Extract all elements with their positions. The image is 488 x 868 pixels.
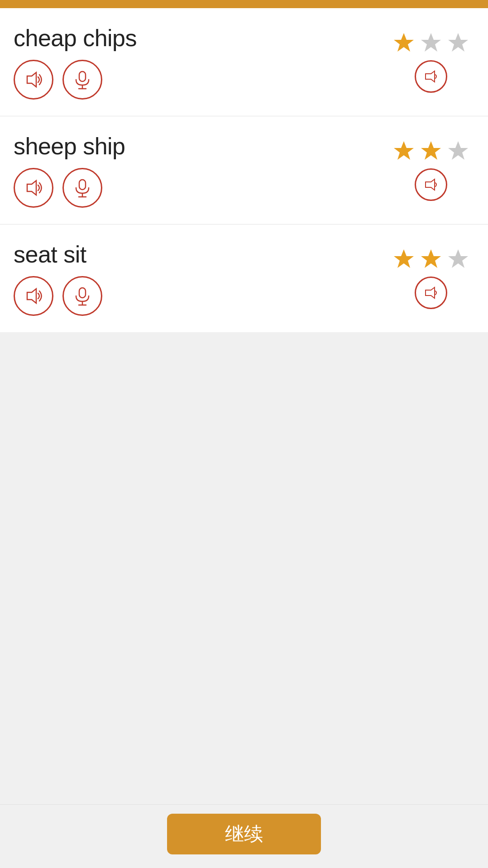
svg-marker-7 (426, 71, 435, 82)
playback-icon-seat-sit (423, 285, 439, 301)
playback-icon-sheep-ship (423, 176, 439, 193)
phrase-row-cheap-chips: cheap chips (0, 8, 488, 116)
star-2-seat-sit (419, 248, 443, 271)
bottom-bar: 继续 (0, 804, 488, 868)
stars-cheap-chips (392, 31, 470, 55)
phrase-buttons-seat-sit (14, 276, 102, 316)
svg-rect-1 (79, 72, 86, 81)
svg-marker-12 (394, 141, 414, 160)
star-3-sheep-ship (446, 139, 470, 163)
phrase-text-sheep-ship: sheep ship (14, 133, 125, 160)
microphone-icon-cheap-chips (72, 70, 92, 90)
svg-rect-9 (79, 180, 86, 190)
microphone-button-sheep-ship[interactable] (62, 168, 102, 208)
phrase-right-seat-sit (392, 248, 470, 309)
svg-marker-20 (394, 249, 414, 268)
svg-marker-14 (448, 141, 468, 160)
stars-sheep-ship (392, 139, 470, 163)
svg-marker-22 (448, 249, 468, 268)
svg-marker-8 (27, 181, 36, 195)
stars-seat-sit (392, 248, 470, 271)
microphone-button-cheap-chips[interactable] (62, 60, 102, 100)
microphone-icon-seat-sit (72, 286, 92, 306)
star-1-seat-sit (392, 248, 416, 271)
star-1-cheap-chips (392, 31, 416, 55)
phrase-row-seat-sit: seat sit (0, 224, 488, 332)
svg-marker-23 (426, 287, 435, 298)
phrase-left-seat-sit: seat sit (14, 241, 102, 316)
star-2-sheep-ship (419, 139, 443, 163)
svg-marker-5 (421, 33, 441, 52)
playback-small-cheap-chips[interactable] (415, 60, 447, 93)
star-2-cheap-chips (419, 31, 443, 55)
speaker-button-seat-sit[interactable] (14, 276, 53, 316)
top-bar (0, 0, 488, 8)
phrase-buttons-sheep-ship (14, 168, 125, 208)
svg-rect-17 (79, 288, 86, 298)
phrase-text-seat-sit: seat sit (14, 241, 102, 268)
phrase-right-sheep-ship (392, 139, 470, 201)
speaker-button-sheep-ship[interactable] (14, 168, 53, 208)
speaker-icon-seat-sit (24, 286, 43, 306)
phrase-buttons-cheap-chips (14, 60, 137, 100)
star-3-cheap-chips (446, 31, 470, 55)
empty-area (0, 332, 488, 804)
svg-marker-21 (421, 249, 441, 268)
playback-small-sheep-ship[interactable] (415, 168, 447, 201)
svg-marker-16 (27, 289, 36, 303)
speaker-icon-cheap-chips (24, 70, 43, 90)
svg-marker-4 (394, 33, 414, 52)
svg-marker-13 (421, 141, 441, 160)
playback-small-seat-sit[interactable] (415, 277, 447, 309)
speaker-icon-sheep-ship (24, 178, 43, 198)
phrase-right-cheap-chips (392, 31, 470, 93)
speaker-button-cheap-chips[interactable] (14, 60, 53, 100)
svg-marker-0 (27, 72, 36, 87)
phrase-row-sheep-ship: sheep ship (0, 116, 488, 224)
playback-icon-cheap-chips (423, 68, 439, 85)
svg-marker-15 (426, 179, 435, 190)
svg-marker-6 (448, 33, 468, 52)
phrase-left-sheep-ship: sheep ship (14, 133, 125, 208)
continue-button[interactable]: 继续 (167, 814, 321, 854)
star-1-sheep-ship (392, 139, 416, 163)
star-3-seat-sit (446, 248, 470, 271)
content-area: cheap chips (0, 8, 488, 804)
phrase-left-cheap-chips: cheap chips (14, 24, 137, 100)
microphone-button-seat-sit[interactable] (62, 276, 102, 316)
phrase-text-cheap-chips: cheap chips (14, 24, 137, 52)
microphone-icon-sheep-ship (72, 178, 92, 198)
